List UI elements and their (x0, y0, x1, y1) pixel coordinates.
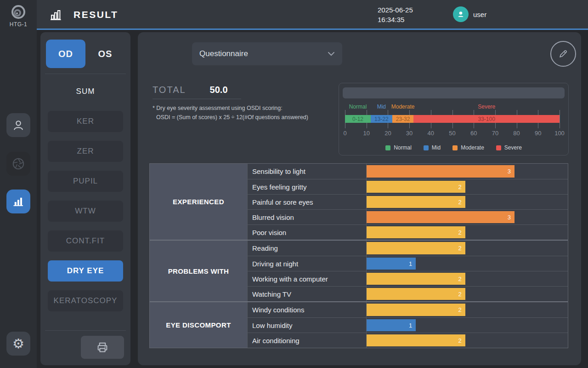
legend-item: Normal (385, 144, 412, 151)
question-group-label: PROBLEMS WITH (150, 241, 248, 301)
score-bar-track: 3 (367, 164, 568, 179)
score-bar: 2 (367, 334, 465, 346)
score-bar: 2 (367, 288, 465, 300)
settings-button[interactable]: ⚙ (6, 332, 30, 356)
datetime: 2025-06-25 16:34:35 (378, 5, 413, 24)
zone-name-label: Mid (377, 104, 386, 110)
total-label: TOTAL (153, 85, 186, 95)
severity-bar: 0-1213-2223-3233-100 (345, 115, 560, 123)
scale-axis-label: 60 (470, 130, 477, 137)
settings-icon: ⚙ (12, 337, 24, 351)
user-icon (456, 10, 465, 19)
score-bar-track: 2 (367, 333, 568, 348)
question-label: Reading (248, 241, 367, 256)
question-label: Blurred vision (248, 210, 367, 224)
osdi-note: * Dry eye severity assessment using OSDI… (153, 104, 308, 122)
zone-segment: 33-100 (413, 115, 560, 123)
question-row: Eyes feeling gritty2 (248, 179, 568, 194)
results-button[interactable] (6, 190, 30, 213)
time-label: 16:34:35 (378, 15, 413, 24)
score-bar-track: 2 (367, 271, 568, 286)
question-label: Poor vision (248, 225, 367, 240)
sidebar-item-wtw[interactable]: WTW (48, 201, 123, 222)
device-logo: HTG-1 (0, 4, 37, 28)
tab-os[interactable]: OS (85, 40, 125, 68)
score-bar: 2 (367, 304, 465, 316)
question-label: Painful or sore eyes (248, 195, 367, 209)
score-bar: 2 (367, 196, 465, 208)
sidebar-item-pupil[interactable]: PUPIL (48, 171, 123, 192)
sidebar-item-ker[interactable]: KER (48, 111, 123, 132)
question-label: Watching TV (248, 287, 367, 301)
sidebar-item-dry-eye[interactable]: DRY EYE (48, 260, 123, 282)
eye-tabs: OD OS (46, 40, 125, 68)
zone-segment: 13-22 (371, 115, 392, 123)
score-bar-track: 3 (367, 210, 568, 224)
scale-axis-label: 10 (363, 130, 369, 137)
question-group-label: EXPERIENCED (150, 164, 248, 240)
zone-segment: 0-12 (345, 115, 371, 123)
question-row: Blurred vision3 (248, 209, 568, 224)
legend-swatch (496, 145, 501, 150)
score-bar: 1 (367, 319, 416, 331)
score-bar-track: 2 (367, 287, 568, 301)
scale-axis-label: 70 (492, 130, 498, 137)
score-bar: 2 (367, 273, 465, 285)
zone-name-label: Severe (478, 104, 495, 110)
sidebar-item-zer[interactable]: ZER (48, 141, 123, 162)
score-bar-track: 2 (367, 302, 568, 317)
score-bar: 3 (367, 211, 514, 223)
score-bar-track: 1 (367, 318, 568, 333)
user-chip[interactable]: user (453, 6, 486, 22)
osdi-note-line2: OSDI = (Sum of scores) x 25 ÷ 12(#Of que… (153, 113, 308, 122)
scale-axis-label: 50 (449, 130, 455, 137)
severity-scale-panel: 01020304050607080901000-1213-2223-3233-1… (339, 83, 569, 155)
print-button[interactable] (81, 336, 124, 359)
question-label: Working with a computer (248, 271, 367, 286)
question-label: Low humidity (248, 318, 367, 333)
zone-name-label: Moderate (391, 104, 415, 110)
main-panel: Questionnaire TOTAL 50.0 * Dry eye sever… (138, 32, 581, 365)
date-label: 2025-06-25 (378, 5, 413, 15)
mode-dropdown-value: Questionnaire (199, 49, 328, 58)
legend-swatch (424, 145, 429, 150)
edit-button[interactable] (550, 41, 576, 67)
sidebar-item-cont-fit[interactable]: CONT.FIT (48, 230, 123, 252)
question-row: Driving at night1 (248, 256, 568, 271)
sidebar-divider-top (45, 74, 126, 74)
capture-icon (11, 157, 25, 171)
scale-axis-label: 30 (406, 130, 413, 137)
questionnaire-table: EXPERIENCEDSensibility to light3Eyes fee… (149, 163, 568, 348)
patient-button[interactable] (6, 113, 30, 137)
mode-dropdown[interactable]: Questionnaire (192, 42, 342, 65)
question-group: EYE DISCOMPORTWindy conditions2Low humid… (150, 301, 568, 348)
scale-axis-label: 40 (428, 130, 434, 137)
scale-axis-label: 90 (535, 130, 541, 137)
score-bar: 2 (367, 226, 465, 238)
question-rows: Reading2Driving at night1Working with a … (248, 241, 568, 301)
tab-od[interactable]: OD (46, 40, 85, 68)
patient-icon (12, 119, 25, 132)
scale-axis-label: 100 (554, 130, 565, 137)
avatar (453, 6, 469, 22)
scale-axis-label: 20 (384, 130, 391, 137)
total-underline (153, 98, 241, 99)
capture-button[interactable] (6, 152, 30, 176)
question-label: Windy conditions (248, 302, 367, 317)
question-label: Eyes feeling gritty (248, 179, 367, 194)
score-bar: 2 (367, 242, 465, 254)
legend-label: Normal (394, 144, 412, 151)
question-group: EXPERIENCEDSensibility to light3Eyes fee… (150, 164, 568, 240)
legend-swatch (385, 145, 390, 150)
question-row: Sensibility to light3 (248, 164, 568, 179)
legend-label: Moderate (461, 144, 484, 151)
result-chart-icon (49, 8, 63, 23)
sidebar-item-sum[interactable]: SUM (48, 81, 123, 102)
question-rows: Sensibility to light3Eyes feeling gritty… (248, 164, 568, 240)
question-row: Poor vision2 (248, 224, 568, 240)
total-value: 50.0 (210, 85, 228, 95)
sidebar-item-keratoscopy[interactable]: KERATOSCOPY (48, 290, 123, 311)
device-rail: HTG-1 ⚙ (0, 0, 37, 368)
scale-axis-label: 0 (343, 130, 346, 137)
question-row: Low humidity1 (248, 317, 568, 333)
